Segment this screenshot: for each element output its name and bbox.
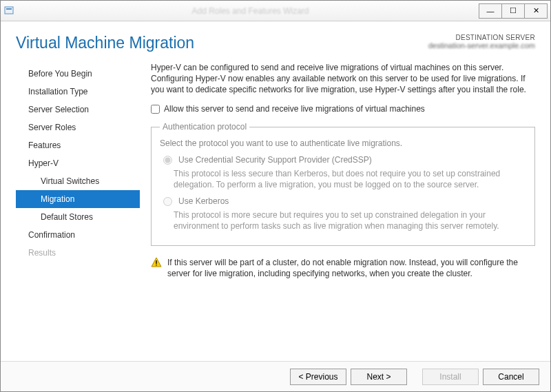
- destination-box: DESTINATION SERVER destination-server.ex…: [428, 34, 535, 50]
- previous-button[interactable]: < Previous: [290, 369, 346, 385]
- svg-rect-1: [6, 8, 12, 10]
- svg-rect-0: [5, 7, 13, 14]
- nav-item-server-roles[interactable]: Server Roles: [16, 118, 140, 136]
- content-pane: Hyper-V can be configured to send and re…: [140, 62, 535, 279]
- auth-option-row: Use Credential Security Support Provider…: [160, 154, 526, 165]
- nav-item-hyper-v[interactable]: Hyper-V: [16, 154, 140, 172]
- auth-option-desc: This protocol is less secure than Kerber…: [174, 168, 526, 190]
- titlebar: Add Roles and Features Wizard — ☐ ✕: [1, 1, 550, 21]
- minimize-button[interactable]: —: [479, 3, 502, 19]
- allow-migrations-row[interactable]: Allow this server to send and receive li…: [151, 103, 535, 114]
- page-header: Virtual Machine Migration DESTINATION SE…: [9, 28, 542, 62]
- nav-item-server-selection[interactable]: Server Selection: [16, 101, 140, 118]
- svg-rect-3: [156, 265, 156, 265]
- nav-item-before-you-begin[interactable]: Before You Begin: [16, 65, 140, 83]
- cluster-warning: If this server will be part of a cluster…: [151, 257, 535, 279]
- wizard-footer: < Previous Next > Install Cancel: [1, 362, 550, 392]
- wizard-nav: Before You BeginInstallation TypeServer …: [16, 62, 140, 279]
- auth-protocol-legend: Authentication protocol: [160, 121, 249, 132]
- window-title: Add Roles and Features Wizard: [21, 6, 479, 16]
- cluster-warning-text: If this server will be part of a cluster…: [167, 257, 535, 279]
- wizard-body: Virtual Machine Migration DESTINATION SE…: [1, 21, 550, 362]
- destination-value: destination-server.example.com: [428, 41, 535, 50]
- window-controls: — ☐ ✕: [479, 3, 548, 19]
- nav-item-features[interactable]: Features: [16, 136, 140, 154]
- nav-item-installation-type[interactable]: Installation Type: [16, 83, 140, 101]
- auth-protocol-fieldset: Authentication protocol Select the proto…: [151, 121, 535, 246]
- maximize-button[interactable]: ☐: [501, 3, 525, 19]
- nav-item-confirmation[interactable]: Confirmation: [16, 226, 140, 244]
- auth-option-row: Use Kerberos: [160, 196, 526, 207]
- svg-rect-2: [156, 260, 156, 264]
- allow-migrations-label: Allow this server to send and receive li…: [164, 103, 425, 114]
- cancel-button[interactable]: Cancel: [483, 369, 539, 385]
- auth-option-radio[interactable]: [163, 156, 172, 165]
- close-button[interactable]: ✕: [524, 3, 548, 19]
- nav-item-results: Results: [16, 244, 140, 262]
- nav-item-default-stores[interactable]: Default Stores: [16, 208, 140, 226]
- page-title: Virtual Machine Migration: [16, 34, 194, 52]
- next-button[interactable]: Next >: [351, 369, 407, 385]
- auth-option-desc: This protocol is more secure but require…: [174, 209, 526, 231]
- install-button[interactable]: Install: [422, 369, 479, 385]
- allow-migrations-checkbox[interactable]: [151, 105, 160, 114]
- auth-option-label: Use Kerberos: [178, 196, 229, 207]
- auth-option-label: Use Credential Security Support Provider…: [178, 154, 372, 165]
- auth-option-radio[interactable]: [163, 197, 172, 206]
- intro-text: Hyper-V can be configured to send and re…: [151, 62, 535, 95]
- auth-protocol-prompt: Select the protocol you want to use to a…: [160, 138, 526, 149]
- nav-item-migration[interactable]: Migration: [16, 190, 140, 208]
- app-icon: [3, 5, 16, 17]
- nav-item-virtual-switches[interactable]: Virtual Switches: [16, 172, 140, 190]
- destination-label: DESTINATION SERVER: [428, 34, 535, 41]
- warning-icon: [151, 257, 162, 268]
